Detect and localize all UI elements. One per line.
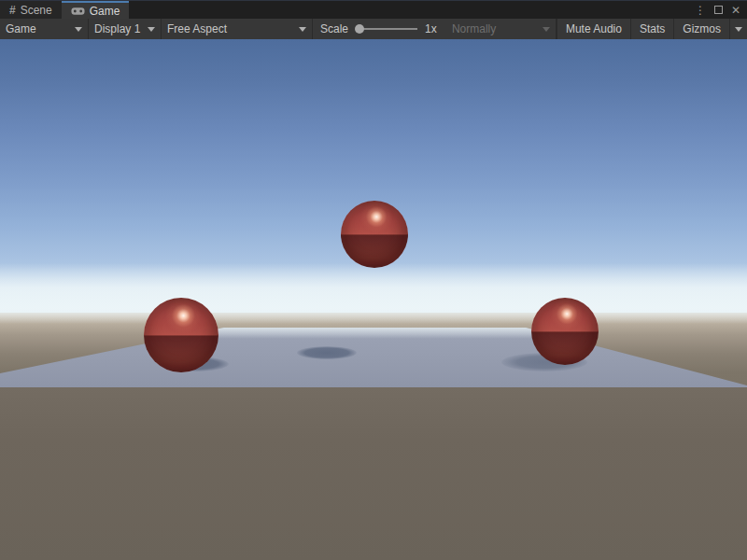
gizmos-button[interactable]: Gizmos [673, 19, 729, 39]
aspect-ratio-value: Free Aspect [167, 22, 227, 35]
scale-label: Scale [320, 22, 348, 35]
maximize-icon[interactable] [714, 6, 723, 14]
sphere-shadow-center [297, 346, 357, 359]
gizmos-label: Gizmos [683, 22, 721, 35]
maximize-on-play-value: Normally [452, 22, 496, 35]
stats-label: Stats [640, 22, 665, 35]
red-sphere-left [144, 298, 218, 372]
panel-menu-icon[interactable]: ⋮ [695, 5, 706, 16]
red-sphere-right [531, 298, 599, 365]
scale-control: Scale 1x [313, 19, 444, 39]
tab-bar-spacer [129, 1, 695, 19]
close-icon[interactable]: ✕ [731, 5, 740, 16]
tab-scene[interactable]: # Scene [0, 1, 62, 19]
view-selector-value: Game [6, 22, 36, 35]
gamepad-icon [71, 7, 85, 16]
aspect-ratio-dropdown[interactable]: Free Aspect [162, 19, 313, 39]
game-viewport[interactable] [0, 39, 747, 560]
red-sphere-center [341, 201, 408, 268]
tab-game-label: Game [90, 5, 120, 18]
chevron-down-icon [735, 27, 742, 32]
chevron-down-icon [543, 27, 550, 32]
display-dropdown[interactable]: Display 1 [89, 19, 162, 39]
window-controls: ⋮ ✕ [695, 1, 747, 19]
maximize-on-play-dropdown[interactable]: Normally [446, 19, 557, 39]
scene-grid-icon: # [9, 4, 16, 17]
stats-button[interactable]: Stats [630, 19, 673, 39]
scale-slider-knob[interactable] [355, 24, 364, 34]
tab-scene-label: Scene [21, 4, 52, 17]
tab-game[interactable]: Game [62, 1, 130, 19]
scale-slider-track[interactable] [356, 28, 417, 30]
game-view-toolbar: Game Display 1 Free Aspect Scale 1x Norm… [0, 19, 747, 39]
display-dropdown-value: Display 1 [94, 22, 140, 35]
mute-audio-button[interactable]: Mute Audio [557, 19, 630, 39]
gizmos-dropdown-arrow[interactable] [729, 19, 747, 39]
chevron-down-icon [148, 27, 155, 32]
horizon-haze [0, 263, 747, 324]
scale-value: 1x [425, 22, 437, 35]
mute-audio-label: Mute Audio [566, 22, 622, 35]
view-selector-dropdown[interactable]: Game [0, 19, 89, 39]
chevron-down-icon [75, 27, 82, 32]
scale-slider[interactable] [356, 24, 417, 34]
panel-tab-bar: # Scene Game ⋮ ✕ [0, 0, 747, 19]
near-ground [0, 387, 747, 560]
chevron-down-icon [299, 27, 306, 32]
